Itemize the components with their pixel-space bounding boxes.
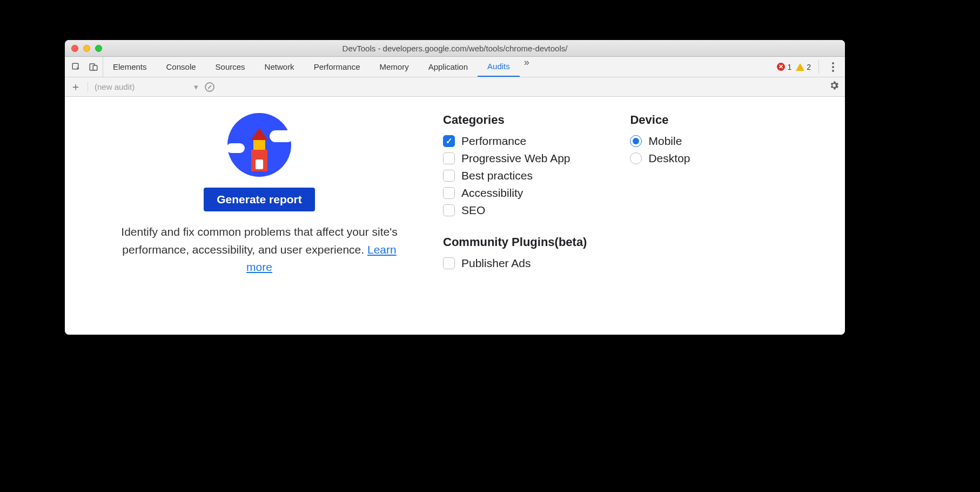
- category-label: Best practices: [461, 169, 533, 182]
- plugin-label: Publisher Ads: [461, 257, 531, 270]
- devtools-window: DevTools - developers.google.com/web/too…: [65, 40, 845, 335]
- device-row: Mobile: [630, 135, 690, 148]
- inspect-element-icon[interactable]: [71, 62, 81, 72]
- dropdown-caret-icon: ▾: [194, 82, 198, 92]
- plugins-heading: Community Plugins(beta): [443, 235, 587, 249]
- tab-network[interactable]: Network: [255, 57, 304, 77]
- category-label: Accessibility: [461, 187, 523, 200]
- clear-icon[interactable]: [205, 82, 214, 92]
- titlebar: DevTools - developers.google.com/web/too…: [65, 40, 845, 57]
- plugin-checkbox[interactable]: [443, 257, 455, 269]
- panel-tabs: ElementsConsoleSourcesNetworkPerformance…: [103, 57, 520, 77]
- tab-memory[interactable]: Memory: [370, 57, 419, 77]
- lighthouse-intro: Generate report Identify and fix common …: [86, 113, 432, 281]
- new-audit-icon[interactable]: ＋: [70, 79, 81, 94]
- category-label: Performance: [461, 135, 526, 148]
- device-label: Desktop: [648, 152, 690, 165]
- category-row: Progressive Web App: [443, 152, 587, 165]
- categories-heading: Categories: [443, 113, 587, 127]
- category-checkbox[interactable]: [443, 135, 455, 147]
- category-checkbox[interactable]: [443, 204, 455, 216]
- tab-elements[interactable]: Elements: [103, 57, 157, 77]
- tab-console[interactable]: Console: [157, 57, 206, 77]
- device-radio[interactable]: [630, 152, 642, 164]
- audit-config: Categories PerformanceProgressive Web Ap…: [432, 113, 823, 281]
- window-title: DevTools - developers.google.com/web/too…: [65, 44, 845, 53]
- zoom-window-button[interactable]: [95, 45, 102, 52]
- traffic-lights: [71, 45, 102, 52]
- tab-audits[interactable]: Audits: [478, 57, 520, 77]
- audit-dropdown[interactable]: (new audit) ▾: [88, 82, 198, 92]
- generate-report-button[interactable]: Generate report: [204, 188, 315, 211]
- lighthouse-logo-icon: [227, 113, 291, 177]
- category-label: Progressive Web App: [461, 152, 570, 165]
- svg-rect-2: [93, 65, 97, 70]
- category-row: Accessibility: [443, 187, 587, 200]
- kebab-menu-icon[interactable]: [827, 62, 840, 72]
- lighthouse-description-text: Identify and fix common problems that af…: [121, 225, 397, 256]
- category-row: SEO: [443, 204, 587, 217]
- device-radio[interactable]: [630, 135, 642, 147]
- minimize-window-button[interactable]: [83, 45, 90, 52]
- warning-count[interactable]: 2: [796, 63, 811, 71]
- category-label: SEO: [461, 204, 485, 217]
- device-row: Desktop: [630, 152, 690, 165]
- device-label: Mobile: [648, 135, 682, 148]
- error-icon: ✕: [777, 63, 785, 71]
- tab-application[interactable]: Application: [419, 57, 478, 77]
- device-toolbar-icon[interactable]: [89, 62, 98, 72]
- main-tabbar: ElementsConsoleSourcesNetworkPerformance…: [65, 57, 845, 77]
- settings-gear-icon[interactable]: [829, 82, 840, 93]
- category-row: Best practices: [443, 169, 587, 182]
- divider: [818, 60, 819, 74]
- plugin-row: Publisher Ads: [443, 257, 587, 270]
- error-count[interactable]: ✕ 1: [777, 63, 791, 71]
- warning-icon: [796, 63, 804, 71]
- categories-group: Categories PerformanceProgressive Web Ap…: [443, 113, 587, 281]
- tab-sources[interactable]: Sources: [206, 57, 255, 77]
- lighthouse-description: Identify and fix common problems that af…: [113, 223, 405, 276]
- error-count-value: 1: [787, 63, 791, 71]
- audits-panel: Generate report Identify and fix common …: [65, 97, 845, 335]
- close-window-button[interactable]: [71, 45, 78, 52]
- device-group: Device MobileDesktop: [630, 113, 690, 281]
- audits-toolbar: ＋ (new audit) ▾: [65, 77, 845, 97]
- warning-count-value: 2: [807, 63, 811, 71]
- category-checkbox[interactable]: [443, 170, 455, 182]
- audit-dropdown-label: (new audit): [95, 82, 135, 91]
- category-checkbox[interactable]: [443, 152, 455, 164]
- tab-performance[interactable]: Performance: [304, 57, 370, 77]
- device-heading: Device: [630, 113, 690, 127]
- category-row: Performance: [443, 135, 587, 148]
- more-tabs-icon[interactable]: »: [520, 57, 534, 77]
- category-checkbox[interactable]: [443, 187, 455, 199]
